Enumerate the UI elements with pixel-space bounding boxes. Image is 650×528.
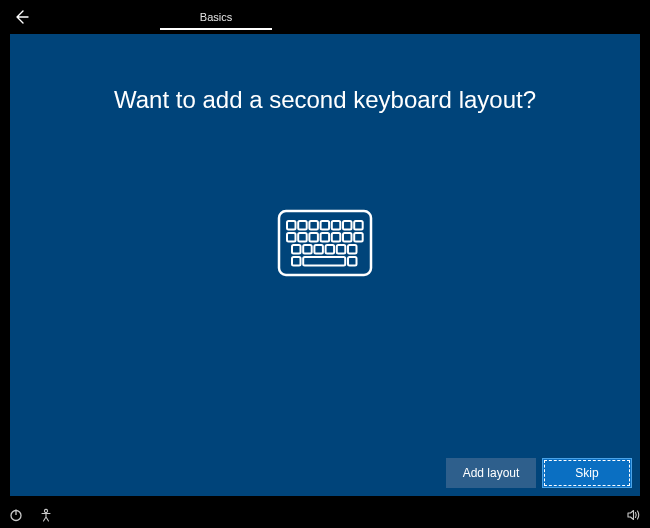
svg-rect-6 bbox=[343, 221, 352, 230]
skip-button[interactable]: Skip bbox=[542, 458, 632, 488]
svg-rect-4 bbox=[321, 221, 330, 230]
back-arrow-icon bbox=[13, 9, 29, 25]
svg-rect-8 bbox=[287, 233, 296, 242]
svg-rect-14 bbox=[354, 233, 363, 242]
volume-button[interactable] bbox=[626, 507, 642, 523]
system-bar bbox=[0, 502, 650, 528]
keyboard-illustration bbox=[277, 209, 373, 277]
action-buttons: Add layout Skip bbox=[446, 458, 632, 488]
ease-of-access-button[interactable] bbox=[38, 507, 54, 523]
svg-rect-3 bbox=[309, 221, 318, 230]
svg-rect-21 bbox=[292, 257, 301, 266]
ease-of-access-icon bbox=[39, 508, 53, 522]
svg-rect-18 bbox=[326, 245, 335, 254]
svg-rect-19 bbox=[337, 245, 346, 254]
page-title: Want to add a second keyboard layout? bbox=[114, 86, 536, 114]
svg-rect-13 bbox=[343, 233, 352, 242]
tab-label: Basics bbox=[200, 11, 232, 23]
add-layout-button[interactable]: Add layout bbox=[446, 458, 536, 488]
volume-icon bbox=[627, 508, 642, 522]
svg-rect-17 bbox=[314, 245, 323, 254]
svg-rect-20 bbox=[348, 245, 357, 254]
keyboard-icon bbox=[277, 209, 373, 277]
add-layout-label: Add layout bbox=[463, 466, 520, 480]
svg-rect-11 bbox=[321, 233, 330, 242]
top-bar: Basics bbox=[0, 0, 650, 30]
svg-rect-16 bbox=[303, 245, 312, 254]
oobe-screen: Basics Want to add a second keyboard lay… bbox=[0, 0, 650, 528]
svg-rect-2 bbox=[298, 221, 307, 230]
svg-rect-10 bbox=[309, 233, 318, 242]
svg-rect-12 bbox=[332, 233, 341, 242]
tab-basics[interactable]: Basics bbox=[160, 11, 272, 30]
svg-rect-7 bbox=[354, 221, 363, 230]
skip-label: Skip bbox=[575, 466, 598, 480]
power-icon bbox=[9, 508, 23, 522]
main-panel: Want to add a second keyboard layout? bbox=[10, 34, 640, 496]
back-button[interactable] bbox=[10, 6, 32, 28]
svg-rect-22 bbox=[303, 257, 345, 266]
svg-point-26 bbox=[44, 509, 47, 512]
svg-rect-1 bbox=[287, 221, 296, 230]
power-button[interactable] bbox=[8, 507, 24, 523]
svg-rect-5 bbox=[332, 221, 341, 230]
svg-rect-15 bbox=[292, 245, 301, 254]
svg-rect-23 bbox=[348, 257, 357, 266]
svg-rect-9 bbox=[298, 233, 307, 242]
